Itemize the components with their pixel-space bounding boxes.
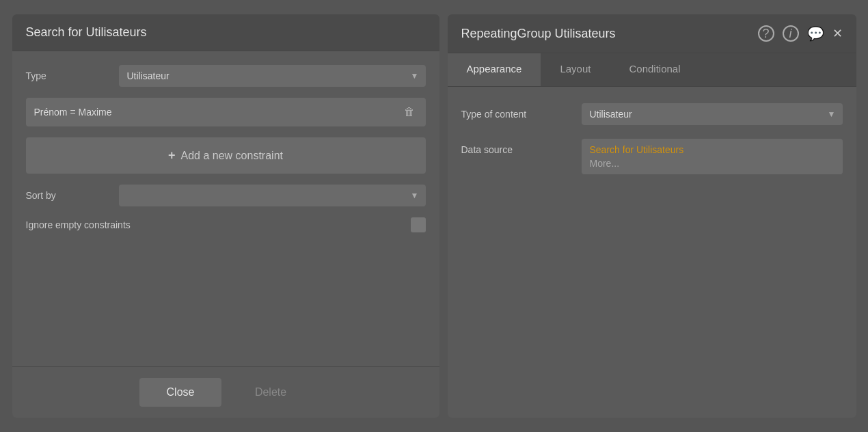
right-panel: RepeatingGroup Utilisateurs ? i 💬 ✕ Appe… (448, 14, 856, 418)
data-source-field: Search for Utilisateurs More... (582, 139, 843, 174)
data-source-link[interactable]: Search for Utilisateurs (590, 144, 835, 155)
help-icon[interactable]: ? (758, 25, 774, 42)
data-source-more[interactable]: More... (590, 158, 620, 169)
right-panel-title: RepeatingGroup Utilisateurs (461, 27, 750, 41)
data-source-box: Search for Utilisateurs More... (582, 139, 843, 174)
close-button[interactable]: Close (139, 378, 221, 407)
type-of-content-row: Type of content Utilisateur ▼ (461, 103, 843, 125)
chat-icon[interactable]: 💬 (807, 25, 824, 42)
type-of-content-field: Utilisateur ▼ (582, 103, 843, 125)
type-of-content-select[interactable]: Utilisateur (582, 103, 843, 125)
add-constraint-label: Add a new constraint (181, 150, 283, 162)
plus-icon: + (168, 148, 176, 163)
delete-button[interactable]: Delete (230, 378, 312, 407)
delete-constraint-icon[interactable]: 🗑 (401, 105, 418, 120)
left-panel-header: Search for Utilisateurs (12, 14, 439, 51)
ignore-empty-checkbox[interactable] (411, 217, 426, 232)
add-constraint-button[interactable]: + Add a new constraint (26, 137, 426, 174)
type-select[interactable]: Utilisateur (119, 65, 426, 87)
type-field-row: Type Utilisateur ▼ (26, 65, 426, 87)
type-of-content-label: Type of content (461, 103, 571, 120)
tab-appearance[interactable]: Appearance (448, 53, 541, 86)
info-icon[interactable]: i (783, 25, 799, 42)
panels-container: Search for Utilisateurs Type Utilisateur… (12, 14, 856, 418)
constraint-text: Prénom = Maxime (34, 107, 401, 118)
left-panel-title: Search for Utilisateurs (26, 25, 147, 39)
ignore-empty-row: Ignore empty constraints (26, 217, 426, 232)
type-select-wrapper: Utilisateur ▼ (119, 65, 426, 87)
right-panel-header: RepeatingGroup Utilisateurs ? i 💬 ✕ (448, 14, 856, 53)
left-panel-body: Type Utilisateur ▼ Prénom = Maxime 🗑 + A… (12, 51, 439, 366)
close-icon[interactable]: ✕ (832, 26, 843, 41)
tabs-bar: Appearance Layout Conditional (448, 53, 856, 87)
type-of-content-select-wrapper: Utilisateur ▼ (582, 103, 843, 125)
constraint-row: Prénom = Maxime 🗑 (26, 98, 426, 126)
sort-by-select[interactable] (119, 185, 426, 206)
left-panel: Search for Utilisateurs Type Utilisateur… (12, 14, 439, 418)
right-panel-body: Type of content Utilisateur ▼ Data sourc… (448, 87, 856, 191)
sort-by-select-wrapper: ▼ (119, 185, 426, 206)
left-panel-footer: Close Delete (12, 366, 439, 418)
sort-by-field-row: Sort by ▼ (26, 185, 426, 206)
type-label: Type (26, 70, 108, 81)
tab-conditional[interactable]: Conditional (610, 53, 699, 86)
ignore-empty-label: Ignore empty constraints (26, 219, 131, 230)
data-source-label: Data source (461, 139, 571, 155)
data-source-row: Data source Search for Utilisateurs More… (461, 139, 843, 174)
tab-layout[interactable]: Layout (541, 53, 610, 86)
sort-by-label: Sort by (26, 190, 108, 201)
